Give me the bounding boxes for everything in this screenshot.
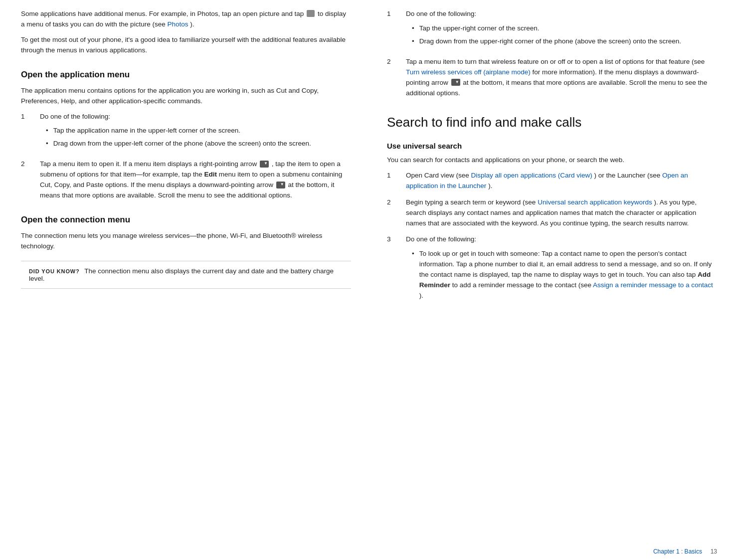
left-column: Some applications have additional menus.… xyxy=(0,0,369,542)
left-step-1-bullet-2: Drag down from the upper-left corner of … xyxy=(46,139,351,149)
intro-paragraph-1: Some applications have additional menus.… xyxy=(21,9,351,30)
card-view-link[interactable]: Display all open applications (Card view… xyxy=(471,172,592,179)
right-step-1-bullet-1: Tap the upper-right corner of the screen… xyxy=(412,23,717,34)
did-you-know-box: DID YOU KNOW? The connection menu also d… xyxy=(21,261,351,289)
left-step-1-bullets: Tap the application name in the upper-le… xyxy=(46,126,351,149)
search-section-heading: Search to find info and make calls xyxy=(387,114,717,131)
usearch-step-3-bullet-1: To look up or get in touch with someone:… xyxy=(412,249,717,301)
usearch-step-2-num: 2 xyxy=(387,197,406,229)
edit-bold: Edit xyxy=(204,171,217,178)
open-app-menu-heading: Open the application menu xyxy=(21,70,351,80)
right-column: 1 Do one of the following: Tap the upper… xyxy=(369,0,738,542)
section2-para: The connection menu lets you manage wire… xyxy=(21,231,351,252)
right-step-1-num: 1 xyxy=(387,9,406,51)
left-step-1-content: Do one of the following: Tap the applica… xyxy=(40,112,351,154)
photos-icon xyxy=(307,10,315,17)
right-arrow-icon xyxy=(260,161,269,168)
right-step-1-bullet-2: Drag down from the upper-right corner of… xyxy=(412,36,717,47)
down-arrow-icon-left xyxy=(276,182,285,188)
left-step-1: 1 Do one of the following: Tap the appli… xyxy=(21,112,351,154)
left-step-1-num: 1 xyxy=(21,112,40,154)
left-step-1-bullet-1: Tap the application name in the upper-le… xyxy=(46,126,351,136)
right-step-1-bullets: Tap the upper-right corner of the screen… xyxy=(412,23,717,47)
left-step-2-content: Tap a menu item to open it. If a menu it… xyxy=(40,159,351,201)
photos-link[interactable]: Photos xyxy=(167,20,188,28)
down-arrow-icon-right xyxy=(451,79,460,86)
right-step-1: 1 Do one of the following: Tap the upper… xyxy=(387,9,717,51)
chapter-label: Chapter 1 : Basics xyxy=(653,548,702,555)
airplane-mode-link[interactable]: Turn wireless services off (airplane mod… xyxy=(406,68,531,76)
usearch-step-3-bullets: To look up or get in touch with someone:… xyxy=(412,249,717,301)
usearch-step-3: 3 Do one of the following: To look up or… xyxy=(387,234,717,305)
page-footer: Chapter 1 : Basics 13 xyxy=(0,542,738,560)
right-step-2-num: 2 xyxy=(387,57,406,99)
page-number: 13 xyxy=(711,548,717,555)
usearch-step-1: 1 Open Card view (see Display all open a… xyxy=(387,171,717,191)
universal-search-para: You can search for contacts and applicat… xyxy=(387,155,717,166)
usearch-step-1-content: Open Card view (see Display all open app… xyxy=(406,171,717,191)
usearch-step-3-num: 3 xyxy=(387,234,406,305)
usearch-step-2-content: Begin typing a search term or keyword (s… xyxy=(406,197,717,229)
right-step-2: 2 Tap a menu item to turn that wireless … xyxy=(387,57,717,99)
universal-search-keywords-link[interactable]: Universal search application keywords xyxy=(538,198,652,206)
usearch-step-1-num: 1 xyxy=(387,171,406,191)
section1-para: The application menu contains options fo… xyxy=(21,86,351,107)
intro-paragraph-2: To get the most out of your phone, it's … xyxy=(21,35,351,56)
right-step-1-content: Do one of the following: Tap the upper-r… xyxy=(406,9,717,51)
assign-reminder-link[interactable]: Assign a reminder message to a contact xyxy=(593,281,713,289)
footer-chapter-page: Chapter 1 : Basics 13 xyxy=(653,548,717,555)
open-connection-menu-heading: Open the connection menu xyxy=(21,215,351,225)
universal-search-subheading: Use universal search xyxy=(387,142,717,150)
usearch-step-2: 2 Begin typing a search term or keyword … xyxy=(387,197,717,229)
usearch-step-3-content: Do one of the following: To look up or g… xyxy=(406,234,717,305)
left-step-2: 2 Tap a menu item to open it. If a menu … xyxy=(21,159,351,201)
right-step-2-content: Tap a menu item to turn that wireless fe… xyxy=(406,57,717,99)
did-you-know-label: DID YOU KNOW? xyxy=(29,268,80,274)
left-step-2-num: 2 xyxy=(21,159,40,201)
